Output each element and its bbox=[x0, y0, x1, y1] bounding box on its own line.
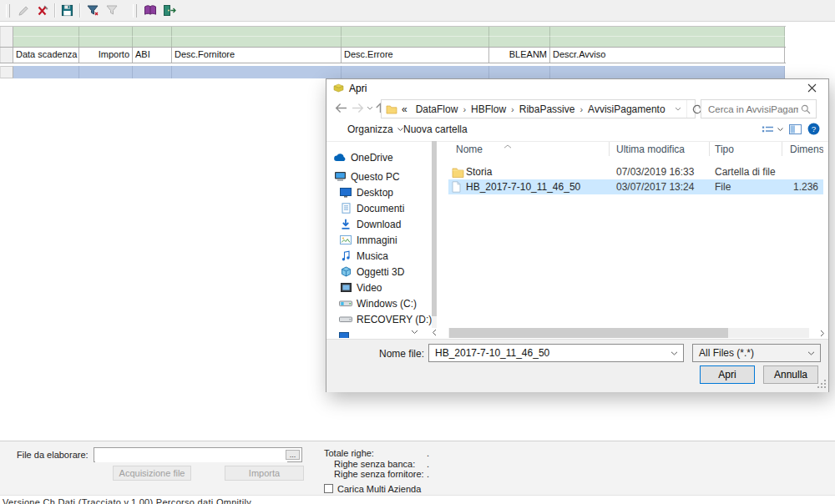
address-dropdown-chevron-icon[interactable] bbox=[670, 107, 686, 111]
help-book-button[interactable] bbox=[140, 2, 159, 19]
search-field bbox=[701, 99, 817, 118]
address-bar[interactable]: « DataFlow›HBFlow›RibaPassive›AvvisiPaga… bbox=[381, 99, 696, 118]
row-selector-cell[interactable] bbox=[0, 37, 13, 47]
search-input[interactable] bbox=[706, 103, 800, 115]
grid-group-row-1 bbox=[0, 26, 786, 37]
sidebar-item-documenti[interactable]: Documenti bbox=[326, 200, 433, 216]
forward-icon[interactable] bbox=[352, 103, 364, 113]
preview-pane-icon[interactable] bbox=[789, 124, 802, 134]
resize-grip[interactable] bbox=[817, 379, 826, 391]
sidebar-scroll-down-icon[interactable] bbox=[411, 330, 418, 335]
help-book-icon bbox=[144, 4, 157, 17]
breadcrumb-segment[interactable]: DataFlow bbox=[412, 103, 463, 115]
clear-filter-button[interactable] bbox=[102, 2, 121, 19]
file-row[interactable]: Storia07/03/2019 16:33Cartella di file bbox=[448, 164, 823, 179]
grid-selected-empty-row[interactable] bbox=[0, 66, 786, 78]
column-header-size[interactable]: Dimensione bbox=[790, 144, 823, 155]
network-icon bbox=[339, 331, 349, 338]
exit-door-icon bbox=[162, 4, 176, 17]
filename-input[interactable] bbox=[433, 346, 669, 360]
sidebar-item-musica[interactable]: Musica bbox=[326, 248, 433, 264]
grid-group-row-2 bbox=[0, 37, 786, 47]
row-selector-cell[interactable] bbox=[0, 27, 13, 37]
grid-column-header[interactable]: Desc.Fornitore bbox=[172, 48, 342, 63]
grid-column-header[interactable]: Data scadenza bbox=[13, 48, 79, 63]
column-header-modified[interactable]: Ultima modifica bbox=[616, 144, 685, 155]
dialog-titlebar[interactable]: Apri bbox=[326, 79, 828, 97]
sidebar-item-desktop[interactable]: Desktop bbox=[326, 184, 433, 200]
file-type: File bbox=[715, 181, 731, 193]
cancel-button[interactable]: Annulla bbox=[763, 365, 818, 384]
sidebar-item-questo-pc[interactable]: Questo PC bbox=[326, 169, 433, 184]
sidebar-item-onedrive[interactable]: OneDrive bbox=[326, 149, 433, 165]
sidebar-item-video[interactable]: Video bbox=[326, 280, 433, 295]
save-button[interactable] bbox=[58, 2, 77, 19]
breadcrumb-segment[interactable]: HBFlow bbox=[467, 103, 510, 115]
sidebar-item-label: Immagini bbox=[357, 234, 397, 246]
stat-label: Totale righe: bbox=[324, 448, 374, 458]
browse-button[interactable]: ... bbox=[286, 450, 300, 460]
new-folder-button[interactable]: Nuova cartella bbox=[403, 123, 468, 135]
close-icon[interactable] bbox=[795, 79, 828, 97]
dialog-command-bar: Organizza Nuova cartella ? bbox=[326, 120, 828, 142]
grid-cell bbox=[79, 66, 133, 78]
sidebar-item-label: Desktop bbox=[357, 187, 393, 199]
toolbar-separator bbox=[79, 3, 80, 18]
address-folder-icon bbox=[386, 104, 397, 114]
download-icon bbox=[341, 219, 351, 229]
recent-locations-chevron-icon[interactable] bbox=[367, 106, 373, 110]
file-to-process-field: ... bbox=[94, 447, 302, 462]
breadcrumb-overflow[interactable]: « bbox=[397, 103, 412, 115]
breadcrumb-segment[interactable]: RibaPassive bbox=[515, 103, 579, 115]
filter-button[interactable] bbox=[83, 2, 102, 19]
breadcrumb-segment[interactable]: AvvisiPagamento bbox=[584, 103, 670, 115]
documents-icon bbox=[342, 203, 351, 214]
filetype-combobox[interactable]: All Files (*.*) bbox=[692, 344, 821, 362]
help-icon[interactable]: ? bbox=[807, 123, 820, 135]
horizontal-scrollbar[interactable] bbox=[448, 328, 809, 338]
horizontal-scrollbar-thumb[interactable] bbox=[449, 328, 728, 338]
hscroll-right-icon[interactable] bbox=[817, 328, 827, 338]
acquire-file-button[interactable]: Acquisizione file bbox=[113, 466, 191, 481]
file-to-process-input[interactable] bbox=[95, 449, 287, 462]
import-button[interactable]: Importa bbox=[225, 466, 304, 481]
search-icon[interactable] bbox=[801, 104, 816, 114]
grid-cell bbox=[172, 27, 342, 37]
sidebar-item-immagini[interactable]: Immagini bbox=[326, 232, 433, 248]
row-selector-cell[interactable] bbox=[0, 66, 13, 78]
navigation-pane: OneDriveQuesto PCDesktopDocumentiDownloa… bbox=[326, 149, 433, 327]
exit-door-button[interactable] bbox=[159, 2, 179, 19]
sidebar-item-label: Oggetti 3D bbox=[357, 266, 404, 278]
sidebar-item-label: Musica bbox=[357, 250, 388, 262]
cancel-edit-button[interactable] bbox=[33, 2, 52, 19]
multi-company-checkbox[interactable] bbox=[324, 484, 333, 493]
row-selector-cell[interactable] bbox=[0, 48, 13, 63]
grid-column-header[interactable]: BLEANM bbox=[489, 48, 550, 63]
sidebar-item-recovery-d[interactable]: RECOVERY (D:) bbox=[326, 311, 433, 327]
back-icon[interactable] bbox=[335, 103, 347, 113]
edit-pencil-button[interactable] bbox=[13, 2, 33, 19]
sidebar-item-download[interactable]: Download bbox=[326, 216, 433, 232]
filetype-dropdown-chevron-icon bbox=[807, 351, 820, 355]
grid-cell bbox=[489, 66, 550, 78]
sidebar-item-windows-c[interactable]: Windows (C:) bbox=[326, 295, 433, 311]
column-header-type[interactable]: Tipo bbox=[715, 144, 734, 155]
grid-column-header[interactable]: Importo bbox=[79, 48, 133, 63]
open-button[interactable]: Apri bbox=[700, 365, 755, 384]
hscroll-left-icon[interactable] bbox=[432, 329, 437, 336]
grid-column-header[interactable]: Desc.Errore bbox=[342, 48, 489, 63]
column-header-name[interactable]: Nome bbox=[456, 144, 483, 155]
clipped-status-text: Versione Ch.Dati (Tracciato v.1.00) Perc… bbox=[3, 497, 278, 504]
cancel-edit-icon bbox=[36, 4, 49, 18]
organize-menu[interactable]: Organizza bbox=[347, 123, 403, 135]
drive-windows-icon bbox=[339, 299, 352, 308]
sidebar-scrollbar[interactable] bbox=[432, 141, 437, 328]
grid-column-header[interactable]: ABI bbox=[133, 48, 172, 63]
file-row[interactable]: HB_2017-7-10_11_46_5003/07/2017 13:24Fil… bbox=[448, 179, 823, 194]
toolbar-grip bbox=[133, 4, 137, 18]
sidebar-item-oggetti-3d[interactable]: Oggetti 3D bbox=[326, 264, 433, 280]
change-view-icon[interactable] bbox=[762, 124, 783, 134]
toolbar-grip bbox=[6, 4, 10, 18]
filename-dropdown-chevron-icon[interactable] bbox=[671, 351, 683, 355]
grid-column-header[interactable]: Descr.Avviso bbox=[550, 48, 785, 63]
